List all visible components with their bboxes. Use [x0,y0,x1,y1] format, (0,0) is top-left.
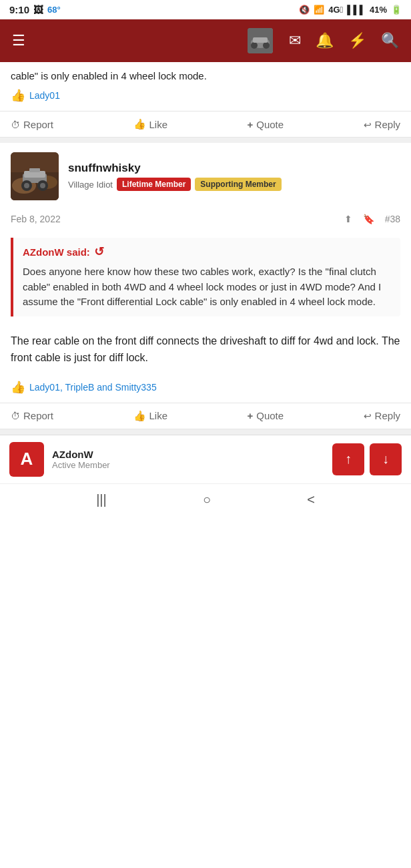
post-divider [0,138,411,143]
bottom-user-info: AZdonW Active Member [52,449,110,470]
quote-plus-icon: + [248,119,254,130]
share-icon[interactable]: ⬆ [344,214,352,224]
post1-like-label: Like [149,119,168,130]
post1-reply-button[interactable]: Reply [364,119,400,130]
status-temperature: 68° [47,5,61,15]
badge-supporting-member: Supporting Member [195,178,281,191]
post1-report-label: Report [23,119,53,130]
post1-content: cable" is only enabled in 4 wheel lock m… [0,62,411,138]
post2-like-label: Like [149,410,168,421]
status-time: 9:10 [9,4,29,15]
post2-avatar[interactable] [11,152,59,200]
post1-like-row: 👍 Lady01 [0,84,411,111]
up-arrow-icon: ↑ [345,451,352,467]
post2-action-bar: Report 👍 Like + Quote Reply [0,403,411,429]
status-bar: 9:10 🖼 68° 🔇 📶 4G᷊ ▌▌▌ 41% 🔋 [0,0,411,19]
post2: snuffnwhisky Village Idiot Lifetime Memb… [0,143,411,429]
bookmark-icon[interactable]: 🔖 [363,214,374,224]
back-button[interactable]: < [307,492,315,507]
post2-header: snuffnwhisky Village Idiot Lifetime Memb… [0,143,411,210]
thumbs-up-icon: 👍 [11,88,25,103]
battery-icon: 🔋 [391,5,402,15]
post2-report-button[interactable]: Report [11,410,53,421]
bottom-username: AZdonW [52,449,110,460]
hamburger-menu-icon[interactable] [12,32,25,49]
scroll-up-button[interactable]: ↑ [332,443,364,475]
svg-point-13 [40,183,45,188]
bottom-role: Active Member [52,460,110,470]
recents-button[interactable]: ||| [96,492,107,507]
post2-meta: Feb 8, 2022 ⬆ 🔖 #38 [0,210,411,231]
bottom-divider [0,429,411,435]
svg-point-2 [251,42,258,49]
nav-avatar[interactable] [248,28,273,53]
bottom-user-left: A AZdonW Active Member [9,442,110,477]
bottom-avatar: A [9,442,44,477]
status-image-icon: 🖼 [33,4,43,15]
svg-rect-15 [29,168,40,172]
post1-quote-label: Quote [256,119,284,130]
down-arrow-icon: ↓ [382,451,389,467]
post2-likers[interactable]: Lady01, TripleB and Smitty335 [29,382,157,393]
post2-quote-button[interactable]: + Quote [248,410,284,421]
bottom-avatar-letter: A [21,449,33,469]
home-button[interactable]: ○ [203,492,211,507]
svg-point-11 [24,183,29,188]
post2-quote-author: AZdonW said: [23,244,391,259]
post1-quote-button[interactable]: + Quote [248,119,284,130]
post2-report-label: Report [23,410,53,421]
post1-liker[interactable]: Lady01 [29,90,60,101]
like-icon: 👍 [133,118,146,130]
post2-number: #38 [385,214,400,224]
mail-icon[interactable]: ✉ [289,32,301,49]
post2-reply-icon [364,410,372,421]
scroll-down-button[interactable]: ↓ [370,443,402,475]
post1-reply-label: Reply [375,119,400,130]
wifi-icon: 📶 [314,5,324,15]
cellular-icon: 4G᷊ [328,5,343,15]
undo-icon[interactable] [94,244,104,259]
post2-quote-plus-icon: + [248,410,254,421]
badge-lifetime-member: Lifetime Member [117,178,191,191]
post2-date: Feb 8, 2022 [11,214,61,224]
post2-report-icon [11,410,20,421]
signal-icon: ▌▌▌ [347,5,366,15]
post2-quote-label: Quote [256,410,284,421]
post2-like-button[interactable]: 👍 Like [133,410,168,422]
bell-icon[interactable]: 🔔 [316,32,334,49]
post2-reply-button[interactable]: Reply [364,410,400,421]
post2-role: Village Idiot [68,180,113,190]
post2-username[interactable]: snuffnwhisky [68,162,400,175]
bottom-user-bar: A AZdonW Active Member ↑ ↓ [0,435,411,483]
post2-body: The rear cable on the front diff connect… [0,323,411,376]
post2-reply-label: Reply [375,410,400,421]
post2-badges: Village Idiot Lifetime Member Supporting… [68,178,400,191]
post2-like-icon: 👍 [133,410,146,422]
reply-icon [364,119,372,130]
bolt-icon[interactable]: ⚡ [348,32,366,49]
post2-user-info: snuffnwhisky Village Idiot Lifetime Memb… [68,162,400,191]
post1-action-bar: Report 👍 Like + Quote Reply [0,111,411,138]
mute-icon: 🔇 [299,5,310,15]
post2-quote-text: Does anyone here know how these two cabl… [23,264,391,310]
post2-thumbs-up-icon: 👍 [11,380,25,395]
system-nav-bar: ||| ○ < [0,483,411,513]
post1-like-button[interactable]: 👍 Like [133,118,168,130]
post2-quote-block: AZdonW said: Does anyone here know how t… [11,238,400,316]
battery-level: 41% [370,5,387,15]
svg-point-3 [263,42,270,49]
nav-avatar-image [248,28,273,53]
post1-report-button[interactable]: Report [11,119,53,130]
post2-likes-row: 👍 Lady01, TripleB and Smitty335 [0,376,411,403]
search-icon[interactable]: 🔍 [381,32,399,49]
nav-buttons: ↑ ↓ [332,443,402,475]
nav-bar: ✉ 🔔 ⚡ 🔍 [0,19,411,62]
svg-rect-4 [253,37,268,43]
nav-icons-right: ✉ 🔔 ⚡ 🔍 [289,32,399,49]
report-icon [11,119,20,130]
nav-center: ✉ 🔔 ⚡ 🔍 [248,28,399,53]
post1-tail-text: cable" is only enabled in 4 wheel lock m… [0,62,411,84]
post2-meta-right: ⬆ 🔖 #38 [344,214,400,224]
